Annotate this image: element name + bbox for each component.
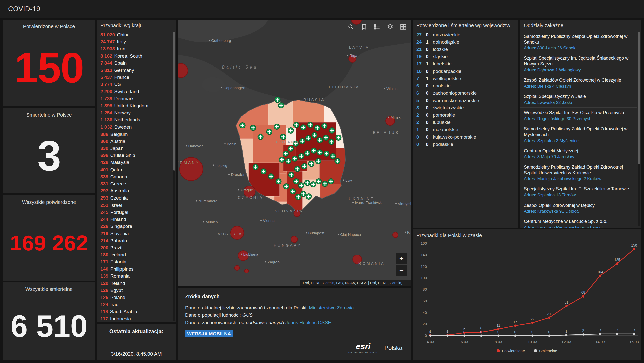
country-row[interactable]: 1 136 Netherlands — [97, 116, 172, 123]
voivodeship-row[interactable]: 1 0 małopolskie — [413, 126, 518, 133]
hospital-cross-icon[interactable] — [324, 151, 329, 156]
hospital-cross-icon[interactable] — [307, 122, 313, 128]
country-row[interactable]: 1 032 Sweden — [97, 123, 172, 130]
hospital-cross-icon[interactable] — [298, 183, 304, 188]
country-row[interactable]: 244 Finland — [97, 216, 172, 223]
johns-hopkins-link[interactable]: Johns Hopkins CSSE — [285, 320, 331, 325]
case-bubble[interactable] — [353, 255, 362, 264]
hospital-cross-icon[interactable] — [311, 148, 316, 153]
hospital-cross-icon[interactable] — [300, 191, 306, 197]
hospital-address-link[interactable]: Adres: 800-Lecia 26 Sanok — [524, 46, 636, 51]
layers-icon[interactable] — [387, 24, 393, 30]
hospital-cross-icon[interactable] — [316, 179, 321, 184]
country-row[interactable]: 226 Singapore — [97, 223, 172, 230]
hospital-cross-icon[interactable] — [275, 97, 280, 103]
hospital-cross-icon[interactable] — [298, 153, 304, 159]
menu-icon[interactable] — [626, 4, 636, 14]
case-bubble[interactable] — [393, 232, 398, 238]
hospital-cross-icon[interactable] — [321, 123, 327, 129]
ministry-of-health-link[interactable]: Ministerstwo Zdrowia — [309, 305, 354, 310]
hospital-item[interactable]: Centrum Opieki Medycznej Adres: 3 Maja 7… — [520, 146, 637, 162]
hospital-item[interactable]: Szpital Specjalistyczny Im. Jędrzeja Śni… — [520, 53, 637, 75]
hospital-cross-icon[interactable] — [315, 158, 321, 164]
country-row[interactable]: 2 200 Switzerland — [97, 88, 172, 95]
hospital-cross-icon[interactable] — [278, 103, 284, 108]
hospital-cross-icon[interactable] — [240, 123, 245, 128]
zoom-out-icon[interactable]: − — [396, 265, 407, 276]
country-row[interactable]: 24 747 Italy — [97, 38, 172, 45]
country-row[interactable]: 297 Australia — [97, 187, 172, 194]
hospital-cross-icon[interactable] — [286, 158, 291, 164]
country-row[interactable]: 1 395 United Kingdom — [97, 102, 172, 109]
hospital-cross-icon[interactable] — [288, 146, 294, 151]
voivodeship-row[interactable]: 19 0 śląskie — [413, 53, 518, 60]
hospital-cross-icon[interactable] — [261, 169, 266, 174]
hospital-item[interactable]: Zespół Zakładów Opieki Zdrowotnej w Cies… — [520, 75, 637, 91]
hospital-cross-icon[interactable] — [283, 151, 289, 156]
country-row[interactable]: 1 254 Norway — [97, 109, 172, 116]
country-row[interactable]: 428 Malaysia — [97, 159, 172, 166]
hospital-cross-icon[interactable] — [335, 158, 340, 164]
hospital-address-link[interactable]: Adres: Ignacego Paderewskiego 5 Łańcut — [524, 225, 636, 228]
case-bubble[interactable] — [180, 157, 203, 181]
hospital-address-link[interactable]: Adres: Szpitalna 2 Myślenice — [524, 138, 636, 143]
hospital-cross-icon[interactable] — [328, 179, 334, 184]
hospital-cross-icon[interactable] — [304, 150, 310, 156]
hospital-item[interactable]: Samodzielny Publiczny Zakład Opieki Zdro… — [520, 124, 637, 146]
voivodeship-row[interactable]: 2 0 pomorskie — [413, 111, 518, 119]
country-row[interactable]: 117 Indonesia — [97, 315, 172, 322]
case-bubble[interactable] — [235, 265, 240, 270]
map-canvas[interactable] — [178, 20, 411, 286]
country-row[interactable]: 245 Portugal — [97, 209, 172, 216]
timeline-chart[interactable]: 0204060801001201401604.036.038.0310.0312… — [413, 239, 641, 348]
voivodeship-row[interactable]: 6 0 zachodniopomorskie — [413, 89, 518, 97]
country-row[interactable]: 200 Brazil — [97, 244, 172, 251]
country-row[interactable]: 5 813 Germany — [97, 67, 172, 74]
hospital-cross-icon[interactable] — [329, 139, 334, 145]
hospital-cross-icon[interactable] — [274, 124, 280, 129]
hospital-cross-icon[interactable] — [292, 156, 298, 161]
hospital-list[interactable]: Samodzielny Publiczny Zespół Opieki Zdro… — [520, 31, 637, 228]
voivodeship-row[interactable]: 0 0 podlaskie — [413, 141, 518, 148]
bookmark-icon[interactable] — [361, 24, 367, 30]
hospital-cross-icon[interactable] — [279, 157, 285, 162]
hospital-list-scrollbar[interactable] — [638, 32, 640, 226]
hospital-cross-icon[interactable] — [330, 153, 336, 159]
hospital-cross-icon[interactable] — [288, 128, 294, 133]
country-row[interactable]: 331 Greece — [97, 180, 172, 187]
voivodeship-row[interactable]: 7 1 wielkopolskie — [413, 75, 518, 82]
hospital-cross-icon[interactable] — [299, 138, 305, 144]
voivodeship-row[interactable]: 27 0 mazowieckie — [413, 31, 518, 38]
hospital-address-link[interactable]: Adres: Macieja Jakubowskiego 2 Kraków — [524, 176, 636, 181]
country-row[interactable]: 8 162 Korea, South — [97, 53, 172, 60]
hospital-cross-icon[interactable] — [294, 179, 299, 184]
hospital-cross-icon[interactable] — [310, 182, 316, 187]
hospital-cross-icon[interactable] — [267, 129, 272, 135]
legend-icon[interactable] — [374, 24, 380, 30]
hospital-item[interactable]: Centrum Medyczne w Łańcucie Sp. z o.o. A… — [520, 216, 637, 228]
hospital-address-link[interactable]: Adres: Bielska 4 Cieszyn — [524, 84, 636, 89]
country-row[interactable]: 1 739 Denmark — [97, 95, 172, 102]
hospital-address-link[interactable]: Adres: Lwowska 22 Jasło — [524, 100, 636, 105]
country-row[interactable]: 293 Czechia — [97, 194, 172, 202]
country-row[interactable]: 180 Iceland — [97, 251, 172, 258]
hospital-cross-icon[interactable] — [312, 132, 317, 138]
country-row[interactable]: 214 Bahrain — [97, 237, 172, 244]
hospital-cross-icon[interactable] — [329, 128, 335, 133]
voivodeship-row[interactable]: 2 0 lubuskie — [413, 119, 518, 126]
hospital-item[interactable]: Specjalistyczny Szpital Im. E. Szczeklik… — [520, 184, 637, 200]
basemap-icon[interactable] — [400, 24, 407, 30]
hospital-cross-icon[interactable] — [300, 125, 306, 130]
hospital-cross-icon[interactable] — [305, 135, 311, 141]
hospital-address-link[interactable]: Adres: Rogozińskiego 30 Przemyśl — [524, 116, 636, 121]
country-row[interactable]: 125 Poland — [97, 294, 172, 301]
case-bubble[interactable] — [294, 210, 300, 217]
case-bubble[interactable] — [238, 251, 248, 261]
country-row[interactable]: 126 Egypt — [97, 287, 172, 294]
hospital-cross-icon[interactable] — [268, 174, 274, 179]
country-row[interactable]: 839 Japan — [97, 145, 172, 152]
hospital-cross-icon[interactable] — [258, 134, 263, 140]
hospital-cross-icon[interactable] — [250, 125, 256, 131]
hospital-cross-icon[interactable] — [280, 134, 286, 140]
hospital-item[interactable]: Wojewódzki Szpital Im. Św. Ojca Pio w Pr… — [520, 108, 637, 124]
